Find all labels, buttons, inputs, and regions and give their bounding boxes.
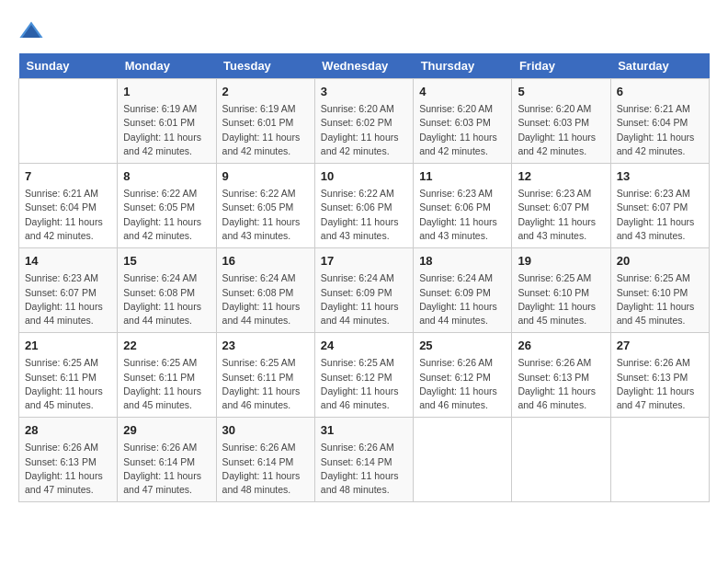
weekday-header-saturday: Saturday xyxy=(610,53,709,79)
calendar-cell: 24Sunrise: 6:25 AM Sunset: 6:12 PM Dayli… xyxy=(314,333,413,418)
calendar-cell: 30Sunrise: 6:26 AM Sunset: 6:14 PM Dayli… xyxy=(216,418,314,502)
calendar-table: SundayMondayTuesdayWednesdayThursdayFrid… xyxy=(18,53,710,502)
calendar-cell xyxy=(414,418,512,502)
calendar-header: SundayMondayTuesdayWednesdayThursdayFrid… xyxy=(19,53,710,79)
weekday-header-friday: Friday xyxy=(512,53,610,79)
day-number: 28 xyxy=(25,422,111,439)
calendar-cell: 10Sunrise: 6:22 AM Sunset: 6:06 PM Dayli… xyxy=(314,164,413,248)
day-info: Sunrise: 6:24 AM Sunset: 6:09 PM Dayligh… xyxy=(419,271,506,327)
day-info: Sunrise: 6:20 AM Sunset: 6:03 PM Dayligh… xyxy=(518,102,604,158)
calendar-cell: 28Sunrise: 6:26 AM Sunset: 6:13 PM Dayli… xyxy=(19,418,118,502)
calendar-cell: 15Sunrise: 6:24 AM Sunset: 6:08 PM Dayli… xyxy=(118,248,216,333)
calendar-cell xyxy=(610,418,709,502)
day-number: 2 xyxy=(222,84,309,100)
calendar-cell: 17Sunrise: 6:24 AM Sunset: 6:09 PM Dayli… xyxy=(314,248,413,333)
day-info: Sunrise: 6:24 AM Sunset: 6:09 PM Dayligh… xyxy=(321,271,407,327)
day-info: Sunrise: 6:26 AM Sunset: 6:13 PM Dayligh… xyxy=(518,356,604,412)
calendar-cell: 6Sunrise: 6:21 AM Sunset: 6:04 PM Daylig… xyxy=(610,79,709,164)
weekday-header-wednesday: Wednesday xyxy=(314,53,413,79)
logo-icon xyxy=(18,18,44,44)
day-info: Sunrise: 6:26 AM Sunset: 6:14 PM Dayligh… xyxy=(321,441,407,497)
day-number: 17 xyxy=(321,253,407,270)
day-info: Sunrise: 6:21 AM Sunset: 6:04 PM Dayligh… xyxy=(25,187,111,243)
day-number: 23 xyxy=(222,338,309,354)
day-info: Sunrise: 6:23 AM Sunset: 6:06 PM Dayligh… xyxy=(419,187,506,243)
calendar-week-row: 14Sunrise: 6:23 AM Sunset: 6:07 PM Dayli… xyxy=(19,248,710,333)
day-info: Sunrise: 6:22 AM Sunset: 6:05 PM Dayligh… xyxy=(222,187,309,243)
day-number: 16 xyxy=(222,253,309,270)
calendar-cell: 5Sunrise: 6:20 AM Sunset: 6:03 PM Daylig… xyxy=(512,79,610,164)
calendar-cell: 1Sunrise: 6:19 AM Sunset: 6:01 PM Daylig… xyxy=(118,79,216,164)
calendar-cell: 14Sunrise: 6:23 AM Sunset: 6:07 PM Dayli… xyxy=(19,248,118,333)
calendar-cell: 2Sunrise: 6:19 AM Sunset: 6:01 PM Daylig… xyxy=(216,79,314,164)
calendar-cell: 22Sunrise: 6:25 AM Sunset: 6:11 PM Dayli… xyxy=(118,333,216,418)
day-number: 21 xyxy=(25,338,111,354)
day-number: 26 xyxy=(518,338,604,354)
day-number: 12 xyxy=(518,168,604,185)
calendar-cell: 31Sunrise: 6:26 AM Sunset: 6:14 PM Dayli… xyxy=(314,418,413,502)
calendar-cell: 29Sunrise: 6:26 AM Sunset: 6:14 PM Dayli… xyxy=(118,418,216,502)
calendar-week-row: 7Sunrise: 6:21 AM Sunset: 6:04 PM Daylig… xyxy=(19,164,710,248)
day-number: 15 xyxy=(123,253,210,270)
day-number: 7 xyxy=(25,168,111,185)
calendar-cell: 18Sunrise: 6:24 AM Sunset: 6:09 PM Dayli… xyxy=(414,248,512,333)
day-number: 6 xyxy=(617,84,703,100)
day-info: Sunrise: 6:22 AM Sunset: 6:05 PM Dayligh… xyxy=(123,187,210,243)
day-info: Sunrise: 6:26 AM Sunset: 6:14 PM Dayligh… xyxy=(123,441,210,497)
calendar-cell: 9Sunrise: 6:22 AM Sunset: 6:05 PM Daylig… xyxy=(216,164,314,248)
day-number: 24 xyxy=(321,338,407,354)
calendar-cell: 4Sunrise: 6:20 AM Sunset: 6:03 PM Daylig… xyxy=(414,79,512,164)
logo xyxy=(18,18,48,44)
calendar-cell: 23Sunrise: 6:25 AM Sunset: 6:11 PM Dayli… xyxy=(216,333,314,418)
calendar-cell: 3Sunrise: 6:20 AM Sunset: 6:02 PM Daylig… xyxy=(314,79,413,164)
day-info: Sunrise: 6:25 AM Sunset: 6:11 PM Dayligh… xyxy=(123,356,210,412)
day-number: 31 xyxy=(321,422,407,439)
calendar-cell: 27Sunrise: 6:26 AM Sunset: 6:13 PM Dayli… xyxy=(610,333,709,418)
day-number: 18 xyxy=(419,253,506,270)
calendar-cell: 26Sunrise: 6:26 AM Sunset: 6:13 PM Dayli… xyxy=(512,333,610,418)
day-number: 14 xyxy=(25,253,111,270)
calendar-cell: 25Sunrise: 6:26 AM Sunset: 6:12 PM Dayli… xyxy=(414,333,512,418)
day-number: 5 xyxy=(518,84,604,100)
day-info: Sunrise: 6:21 AM Sunset: 6:04 PM Dayligh… xyxy=(617,102,703,158)
day-number: 19 xyxy=(518,253,604,270)
day-number: 25 xyxy=(419,338,506,354)
calendar-week-row: 21Sunrise: 6:25 AM Sunset: 6:11 PM Dayli… xyxy=(19,333,710,418)
calendar-cell: 8Sunrise: 6:22 AM Sunset: 6:05 PM Daylig… xyxy=(118,164,216,248)
day-number: 27 xyxy=(617,338,703,354)
day-info: Sunrise: 6:25 AM Sunset: 6:10 PM Dayligh… xyxy=(617,271,703,327)
weekday-header-monday: Monday xyxy=(118,53,216,79)
calendar-cell xyxy=(19,79,118,164)
calendar-cell: 12Sunrise: 6:23 AM Sunset: 6:07 PM Dayli… xyxy=(512,164,610,248)
weekday-header-sunday: Sunday xyxy=(19,53,118,79)
calendar-cell: 16Sunrise: 6:24 AM Sunset: 6:08 PM Dayli… xyxy=(216,248,314,333)
day-info: Sunrise: 6:26 AM Sunset: 6:13 PM Dayligh… xyxy=(617,356,703,412)
day-number: 13 xyxy=(617,168,703,185)
day-info: Sunrise: 6:26 AM Sunset: 6:12 PM Dayligh… xyxy=(419,356,506,412)
day-number: 10 xyxy=(321,168,407,185)
day-info: Sunrise: 6:20 AM Sunset: 6:02 PM Dayligh… xyxy=(321,102,407,158)
day-info: Sunrise: 6:25 AM Sunset: 6:11 PM Dayligh… xyxy=(25,356,111,412)
day-number: 4 xyxy=(419,84,506,100)
calendar-body: 1Sunrise: 6:19 AM Sunset: 6:01 PM Daylig… xyxy=(19,79,710,502)
calendar-cell: 19Sunrise: 6:25 AM Sunset: 6:10 PM Dayli… xyxy=(512,248,610,333)
calendar-cell: 11Sunrise: 6:23 AM Sunset: 6:06 PM Dayli… xyxy=(414,164,512,248)
calendar-cell xyxy=(512,418,610,502)
day-info: Sunrise: 6:23 AM Sunset: 6:07 PM Dayligh… xyxy=(617,187,703,243)
day-number: 30 xyxy=(222,422,309,439)
calendar-week-row: 1Sunrise: 6:19 AM Sunset: 6:01 PM Daylig… xyxy=(19,79,710,164)
day-number: 11 xyxy=(419,168,506,185)
day-info: Sunrise: 6:24 AM Sunset: 6:08 PM Dayligh… xyxy=(123,271,210,327)
day-info: Sunrise: 6:22 AM Sunset: 6:06 PM Dayligh… xyxy=(321,187,407,243)
calendar-cell: 7Sunrise: 6:21 AM Sunset: 6:04 PM Daylig… xyxy=(19,164,118,248)
weekday-header-tuesday: Tuesday xyxy=(216,53,314,79)
calendar-cell: 20Sunrise: 6:25 AM Sunset: 6:10 PM Dayli… xyxy=(610,248,709,333)
day-number: 22 xyxy=(123,338,210,354)
day-info: Sunrise: 6:20 AM Sunset: 6:03 PM Dayligh… xyxy=(419,102,506,158)
calendar-cell: 21Sunrise: 6:25 AM Sunset: 6:11 PM Dayli… xyxy=(19,333,118,418)
day-info: Sunrise: 6:24 AM Sunset: 6:08 PM Dayligh… xyxy=(222,271,309,327)
day-info: Sunrise: 6:25 AM Sunset: 6:11 PM Dayligh… xyxy=(222,356,309,412)
day-info: Sunrise: 6:19 AM Sunset: 6:01 PM Dayligh… xyxy=(222,102,309,158)
day-number: 1 xyxy=(123,84,210,100)
day-info: Sunrise: 6:25 AM Sunset: 6:12 PM Dayligh… xyxy=(321,356,407,412)
